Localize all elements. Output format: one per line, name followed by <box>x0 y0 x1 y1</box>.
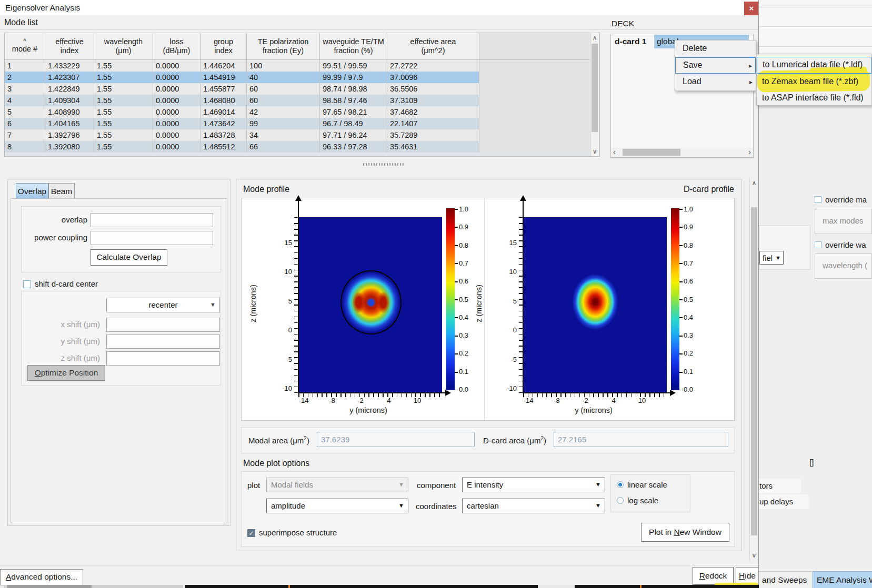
tick-label: 0.7 <box>459 259 468 267</box>
table-row-clipped <box>5 153 590 156</box>
tick-label: 0.1 <box>459 368 468 376</box>
tab-sweeps[interactable]: and Sweeps <box>759 571 811 588</box>
coordinates-dropdown[interactable]: cartesian ▼ <box>462 499 605 513</box>
tick-label: 15 <box>499 239 517 247</box>
tick-label: 5 <box>499 297 517 305</box>
dcard-area-field[interactable]: 27.2165 <box>554 432 728 447</box>
close-icon: × <box>749 4 754 13</box>
menu-item-load[interactable]: Load ▸ <box>675 74 756 90</box>
ylabel-left: z (microns) <box>249 267 257 340</box>
mode-plot-options-label: Mode plot options <box>243 459 309 468</box>
tick-label: 10 <box>499 268 517 276</box>
scrollbar-thumb[interactable] <box>623 149 680 156</box>
table-row[interactable]: 31.4228491.550.00001.4558776098.74 / 98.… <box>5 83 590 95</box>
background-toolbar-gap <box>538 585 575 588</box>
colorbar-left <box>446 208 455 390</box>
submenu-item-lumerical[interactable]: to Lumerical data file (*.ldf) <box>757 57 871 74</box>
tick-label: -10 <box>274 384 292 392</box>
deck-hscrollbar[interactable]: ‹ › <box>611 148 753 157</box>
structure-outline <box>340 270 402 334</box>
scrollbar-thumb[interactable] <box>751 207 757 535</box>
shift-dcard-checkbox[interactable] <box>23 280 31 288</box>
tick-label: 0.8 <box>459 241 468 249</box>
splitter-handle[interactable] <box>363 163 404 166</box>
deck-label: DECK <box>612 19 634 28</box>
amplitude-dropdown[interactable]: amplitude ▼ <box>266 499 408 513</box>
table-row[interactable]: 41.4093041.550.00001.4680806098.58 / 97.… <box>5 95 590 106</box>
superimpose-label: superimpose structure <box>259 528 337 537</box>
overlap-input[interactable] <box>91 213 213 227</box>
tab-eme-analysis[interactable]: EME Analysis W <box>813 571 872 588</box>
scrollbar-thumb[interactable] <box>592 44 598 132</box>
power-coupling-label: power coupling <box>21 233 87 242</box>
component-label: component <box>417 481 456 490</box>
table-row[interactable]: 71.3927961.550.00001.4837283497.71 / 96.… <box>5 129 590 141</box>
superimpose-checkbox[interactable]: ✓ <box>247 529 255 537</box>
scroll-right-icon[interactable]: › <box>748 148 751 156</box>
power-coupling-input[interactable] <box>91 231 213 245</box>
mode-list-table: ^mode # effectiveindex wavelength(μm) lo… <box>4 33 600 157</box>
component-dropdown[interactable]: E intensity ▼ <box>462 478 605 492</box>
scroll-up-icon[interactable]: ∧ <box>590 34 599 42</box>
submenu-item-zemax[interactable]: to Zemax beam file (*.zbf) <box>757 74 871 91</box>
chevron-down-icon: ▼ <box>398 481 404 488</box>
plot-new-window-button[interactable]: Plot in New Window <box>641 523 729 542</box>
calculate-overlap-button[interactable]: Calculate Overlap <box>91 249 167 266</box>
table-row-selected[interactable]: 21.4233071.550.00001.4549194099.99 / 97.… <box>5 72 590 83</box>
x-axis-arrow-icon <box>445 390 451 396</box>
menu-item-save[interactable]: Save ▸ <box>675 57 756 74</box>
window-title: Eigensolver Analysis <box>5 3 80 13</box>
table-row[interactable]: 81.3920801.550.00001.4855126696.33 / 97.… <box>5 141 590 153</box>
optimize-position-button[interactable]: Optimize Position <box>27 365 105 381</box>
tick-label: 1.0 <box>459 205 468 213</box>
dialog-scrollbar[interactable]: ∧ ∨ <box>749 178 758 561</box>
tick-label: 0.9 <box>459 223 468 231</box>
scroll-left-icon[interactable]: ‹ <box>613 148 616 156</box>
background-hscrollbar[interactable] <box>4 585 183 588</box>
table-row[interactable]: 11.4332291.550.00001.44620410099.51 / 99… <box>5 60 590 72</box>
submenu-item-asap[interactable]: to ASAP interface file (*.fld) <box>757 90 871 106</box>
override-wavelength-checkbox[interactable] <box>815 241 821 248</box>
scrollbar-thumb[interactable] <box>7 585 92 588</box>
y-shift-input[interactable] <box>106 334 220 349</box>
linear-scale-radio[interactable] <box>617 481 624 488</box>
advanced-options-button[interactable]: Advanced options... <box>0 569 83 585</box>
close-button[interactable]: × <box>744 2 759 15</box>
fiel-dropdown[interactable]: fiel ▼ <box>759 251 784 265</box>
modal-area-field[interactable]: 37.6239 <box>317 432 475 447</box>
recenter-dropdown[interactable]: recenter ▼ <box>106 298 220 312</box>
plot-dropdown[interactable]: Modal fields ▼ <box>266 478 408 492</box>
menu-item-delete[interactable]: Delete <box>675 41 756 57</box>
mode-list-scrollbar[interactable]: ∧ ∨ <box>590 33 599 156</box>
table-row[interactable]: 61.4041651.550.00001.4736429996.7 / 98.4… <box>5 118 590 129</box>
tick-label: 0.4 <box>459 313 468 321</box>
coordinates-label: coordinates <box>416 502 457 511</box>
tick-label: 0.2 <box>684 349 693 357</box>
override-max-checkbox[interactable] <box>815 196 821 203</box>
tab-beam[interactable]: Beam <box>48 183 75 199</box>
tab-overlap[interactable]: Overlap <box>16 183 48 199</box>
background-row-line <box>759 46 872 47</box>
footer-divider <box>0 565 759 565</box>
tick-label: 4 <box>604 397 623 404</box>
scroll-down-icon[interactable]: ∨ <box>750 551 758 560</box>
max-modes-field[interactable]: max modes <box>815 209 872 234</box>
table-header[interactable]: ^mode # effectiveindex wavelength(μm) lo… <box>5 33 590 60</box>
x-shift-input[interactable] <box>106 318 220 332</box>
wavelength-field[interactable]: wavelength ( <box>815 254 872 279</box>
z-shift-input[interactable] <box>106 351 220 366</box>
table-row[interactable]: 51.4089901.550.00001.4690144297.65 / 98.… <box>5 106 590 118</box>
log-scale-radio[interactable] <box>617 497 624 504</box>
shift-dcard-label: shift d-card center <box>35 279 98 288</box>
redock-button[interactable]: Redock <box>693 567 734 585</box>
tick-label: 0 <box>274 326 292 334</box>
y-axis-arrow-icon <box>520 195 526 201</box>
chevron-down-icon: ▼ <box>595 481 601 488</box>
scroll-up-icon[interactable]: ∧ <box>750 179 758 187</box>
orange-tick <box>288 585 290 588</box>
tick-label: 0.2 <box>459 349 468 357</box>
tick-label: -2 <box>351 397 370 404</box>
background-row-line <box>759 26 872 27</box>
scroll-down-icon[interactable]: ∨ <box>590 147 599 156</box>
deck-card-name[interactable]: d-card 1 <box>615 37 646 46</box>
